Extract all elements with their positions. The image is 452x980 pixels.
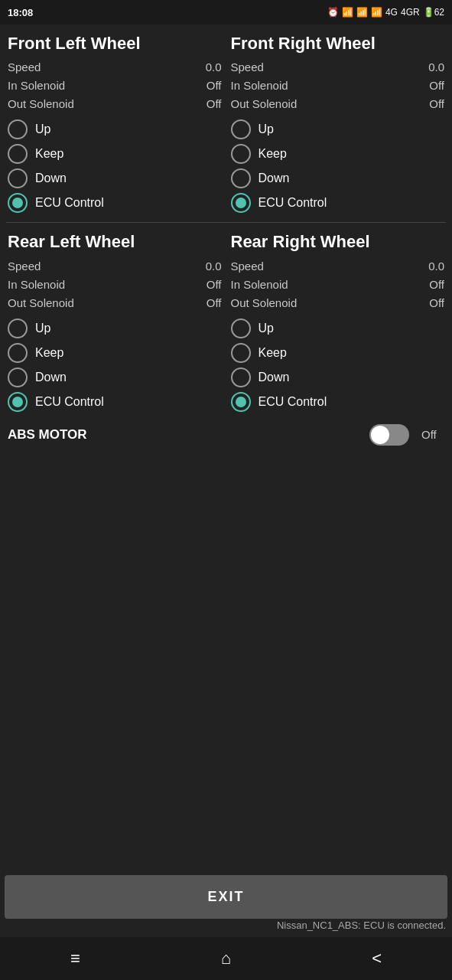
front-right-insolenoid-row: In Solenoid Off bbox=[231, 77, 445, 95]
rear-left-insolenoid-value: Off bbox=[206, 276, 222, 294]
rear-left-down-radio-circle[interactable] bbox=[8, 368, 28, 387]
front-left-speed-value: 0.0 bbox=[206, 58, 222, 77]
rear-right-keep-radio[interactable]: Keep bbox=[231, 343, 445, 363]
front-right-keep-radio-circle[interactable] bbox=[231, 144, 251, 164]
rear-left-keep-radio[interactable]: Keep bbox=[8, 343, 222, 363]
rear-right-up-radio-circle[interactable] bbox=[231, 318, 251, 338]
front-left-down-label: Down bbox=[35, 172, 67, 185]
rear-left-speed-value: 0.0 bbox=[206, 257, 222, 276]
rear-right-keep-radio-circle[interactable] bbox=[231, 343, 251, 363]
rear-left-radio-group: Up Keep Down ECU Control bbox=[8, 318, 222, 412]
abs-motor-status: Off bbox=[421, 428, 444, 441]
front-right-keep-label: Keep bbox=[259, 147, 287, 161]
rear-left-up-radio-circle[interactable] bbox=[8, 318, 28, 338]
front-right-insolenoid-label: In Solenoid bbox=[231, 77, 288, 95]
bottom-nav: ≡ ⌂ < bbox=[0, 937, 452, 980]
rear-right-down-radio[interactable]: Down bbox=[231, 368, 445, 387]
rear-right-ecu-label: ECU Control bbox=[259, 395, 327, 409]
rear-right-speed-value: 0.0 bbox=[428, 257, 444, 276]
front-right-wheel-title: Front Right Wheel bbox=[231, 34, 445, 54]
front-left-insolenoid-value: Off bbox=[206, 77, 222, 95]
network-4g-label: 4G bbox=[385, 7, 398, 18]
front-left-speed-label: Speed bbox=[8, 58, 41, 77]
rear-left-outsolenoid-row: Out Solenoid Off bbox=[8, 294, 222, 312]
front-right-speed-row: Speed 0.0 bbox=[231, 58, 445, 77]
front-left-up-label: Up bbox=[35, 122, 50, 136]
front-right-speed-value: 0.0 bbox=[428, 58, 444, 77]
front-left-ecu-label: ECU Control bbox=[35, 196, 104, 210]
front-right-keep-radio[interactable]: Keep bbox=[231, 144, 445, 164]
rear-right-up-radio[interactable]: Up bbox=[231, 318, 445, 338]
front-left-down-radio[interactable]: Down bbox=[8, 168, 222, 188]
rear-left-insolenoid-row: In Solenoid Off bbox=[8, 276, 222, 294]
rear-left-down-radio[interactable]: Down bbox=[8, 368, 222, 387]
front-left-wheel-section: Front Left Wheel Speed 0.0 In Solenoid O… bbox=[3, 31, 226, 216]
exit-button[interactable]: EXIT bbox=[5, 875, 447, 919]
rear-right-outsolenoid-row: Out Solenoid Off bbox=[231, 294, 445, 312]
front-right-down-label: Down bbox=[259, 172, 290, 185]
front-right-down-radio-circle[interactable] bbox=[231, 168, 251, 188]
front-left-down-radio-circle[interactable] bbox=[8, 168, 28, 188]
front-right-down-radio[interactable]: Down bbox=[231, 168, 445, 188]
rear-right-insolenoid-value: Off bbox=[429, 276, 444, 294]
connection-status: Nissan_NC1_ABS: ECU is connected. bbox=[0, 916, 452, 934]
front-right-up-radio-circle[interactable] bbox=[231, 119, 251, 139]
front-left-keep-radio-circle[interactable] bbox=[8, 144, 28, 164]
rear-right-outsolenoid-label: Out Solenoid bbox=[231, 294, 298, 312]
nav-menu-icon[interactable]: ≡ bbox=[55, 942, 96, 975]
front-left-ecu-radio[interactable]: ECU Control bbox=[8, 193, 222, 213]
rear-left-ecu-label: ECU Control bbox=[35, 395, 104, 409]
rear-left-wheel-section: Rear Left Wheel Speed 0.0 In Solenoid Of… bbox=[3, 229, 226, 414]
rear-left-keep-radio-circle[interactable] bbox=[8, 343, 28, 363]
rear-right-speed-row: Speed 0.0 bbox=[231, 257, 445, 276]
nav-back-icon[interactable]: < bbox=[356, 942, 397, 975]
rear-left-speed-label: Speed bbox=[8, 257, 41, 276]
front-left-stats: Speed 0.0 In Solenoid Off Out Solenoid O… bbox=[8, 58, 222, 113]
front-left-keep-radio[interactable]: Keep bbox=[8, 144, 222, 164]
front-right-radio-group: Up Keep Down ECU Control bbox=[231, 119, 445, 213]
wifi-icon: 📶 bbox=[371, 7, 382, 18]
signal-icon: 📶 bbox=[356, 7, 368, 18]
front-right-up-radio[interactable]: Up bbox=[231, 119, 445, 139]
exit-button-container: EXIT bbox=[0, 875, 452, 919]
front-right-outsolenoid-value: Off bbox=[429, 95, 444, 113]
status-bar: 18:08 ⏰ 📶 📶 📶 4G 4GR 🔋62 bbox=[0, 0, 452, 24]
network-4gr-label: 4GR bbox=[401, 7, 420, 18]
alarm-icon: ⏰ bbox=[327, 7, 339, 18]
front-left-outsolenoid-label: Out Solenoid bbox=[8, 95, 74, 113]
rear-right-down-radio-circle[interactable] bbox=[231, 368, 251, 387]
front-right-speed-label: Speed bbox=[231, 58, 264, 77]
front-right-ecu-label: ECU Control bbox=[259, 196, 327, 210]
abs-motor-toggle[interactable] bbox=[369, 424, 409, 446]
rear-left-stats: Speed 0.0 In Solenoid Off Out Solenoid O… bbox=[8, 257, 222, 312]
rear-left-ecu-radio-circle[interactable] bbox=[8, 392, 28, 412]
rear-right-outsolenoid-value: Off bbox=[429, 294, 444, 312]
rear-right-insolenoid-label: In Solenoid bbox=[231, 276, 288, 294]
front-left-up-radio[interactable]: Up bbox=[8, 119, 222, 139]
front-left-speed-row: Speed 0.0 bbox=[8, 58, 222, 77]
front-left-wheel-title: Front Left Wheel bbox=[8, 34, 222, 54]
page: 18:08 ⏰ 📶 📶 📶 4G 4GR 🔋62 Front Left Whee… bbox=[0, 0, 452, 980]
status-time: 18:08 bbox=[8, 7, 33, 18]
rear-left-keep-label: Keep bbox=[35, 346, 63, 360]
front-right-ecu-radio[interactable]: ECU Control bbox=[231, 193, 445, 213]
rear-left-up-radio[interactable]: Up bbox=[8, 318, 222, 338]
front-left-up-radio-circle[interactable] bbox=[8, 119, 28, 139]
rear-left-speed-row: Speed 0.0 bbox=[8, 257, 222, 276]
status-icons: ⏰ 📶 📶 📶 4G 4GR 🔋62 bbox=[327, 7, 444, 18]
rear-right-ecu-radio-circle[interactable] bbox=[231, 392, 251, 412]
rear-left-down-label: Down bbox=[35, 371, 67, 384]
front-right-ecu-radio-circle[interactable] bbox=[231, 193, 251, 213]
main-content: Front Left Wheel Speed 0.0 In Solenoid O… bbox=[0, 24, 452, 455]
rear-right-ecu-radio[interactable]: ECU Control bbox=[231, 392, 445, 412]
front-left-ecu-radio-circle[interactable] bbox=[8, 193, 28, 213]
rear-left-up-label: Up bbox=[35, 322, 50, 335]
front-left-keep-label: Keep bbox=[35, 147, 63, 161]
front-right-up-label: Up bbox=[259, 122, 274, 136]
rear-left-ecu-radio[interactable]: ECU Control bbox=[8, 392, 222, 412]
front-left-radio-group: Up Keep Down ECU Control bbox=[8, 119, 222, 213]
rear-right-insolenoid-row: In Solenoid Off bbox=[231, 276, 445, 294]
rear-right-wheel-section: Rear Right Wheel Speed 0.0 In Solenoid O… bbox=[226, 229, 450, 414]
nav-home-icon[interactable]: ⌂ bbox=[206, 942, 246, 975]
abs-motor-row: ABS MOTOR Off bbox=[3, 415, 449, 455]
